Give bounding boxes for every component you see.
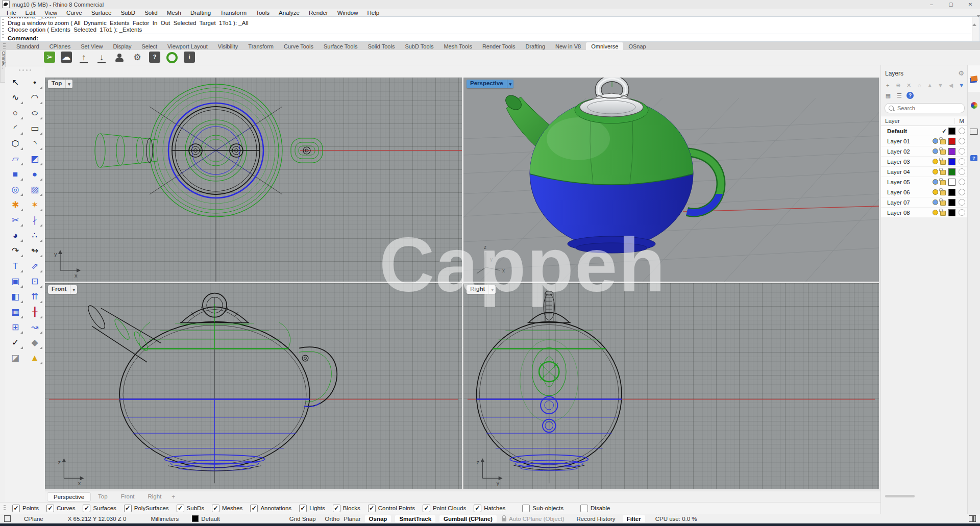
filter-checkbox-item[interactable]: ✓ Points bbox=[12, 505, 39, 512]
layers-panel-tab[interactable] bbox=[968, 65, 980, 92]
publish-up-icon[interactable]: ↑ bbox=[78, 52, 90, 64]
save-cloud-icon[interactable]: ☁ bbox=[61, 52, 72, 63]
fillet-edge-tool[interactable]: ◕ bbox=[7, 228, 24, 243]
toolbar-grip[interactable] bbox=[3, 43, 6, 48]
layer-visibility-bulb-icon[interactable] bbox=[933, 148, 938, 154]
status-item[interactable]: Default bbox=[192, 515, 219, 522]
toolbar-tab[interactable]: Mesh Tools bbox=[438, 42, 477, 50]
arc-tool[interactable]: ◜ bbox=[7, 120, 24, 136]
menu-item[interactable]: Help bbox=[363, 10, 384, 16]
layer-lock-icon[interactable] bbox=[940, 201, 946, 206]
layer-color-swatch[interactable] bbox=[948, 189, 955, 196]
menu-item[interactable]: Render bbox=[304, 10, 333, 16]
omniverse-connect-icon[interactable]: ➢ bbox=[44, 52, 55, 63]
info-icon[interactable]: i bbox=[184, 52, 195, 63]
filter-checkbox-item[interactable]: ✓ Control Points bbox=[368, 505, 415, 512]
menu-item[interactable]: Drafting bbox=[186, 10, 215, 16]
toolbar-tab[interactable]: Standard bbox=[11, 42, 44, 50]
layer-material-icon[interactable] bbox=[959, 209, 965, 216]
perspective-viewport[interactable]: z x y Perspective ▾ bbox=[463, 78, 879, 282]
layer-lock-icon[interactable] bbox=[940, 160, 946, 165]
command-scrollbar[interactable] bbox=[972, 17, 979, 41]
layer-row[interactable]: Layer 03 bbox=[881, 157, 968, 167]
toolbar-tab[interactable]: Curve Tools bbox=[279, 42, 318, 50]
layer-material-icon[interactable] bbox=[959, 158, 965, 165]
align-tool[interactable]: ╂ bbox=[26, 304, 43, 319]
layer-lock-icon[interactable] bbox=[940, 190, 946, 195]
checkbox[interactable]: ✓ bbox=[522, 505, 530, 512]
menu-item[interactable]: Solid bbox=[140, 10, 162, 16]
viewport-menu-arrow-icon[interactable]: ▾ bbox=[65, 80, 72, 88]
layer-visibility-bulb-icon[interactable] bbox=[933, 199, 938, 205]
layer-material-icon[interactable] bbox=[959, 138, 965, 144]
user-account-icon[interactable] bbox=[113, 52, 126, 64]
search-input[interactable] bbox=[896, 105, 954, 112]
perspective-viewport-label[interactable]: Perspective ▾ bbox=[467, 80, 513, 88]
toolbar-tab[interactable]: Transform bbox=[243, 42, 279, 50]
toolbar-tab[interactable]: Omniverse bbox=[586, 42, 623, 50]
layer-search-box[interactable] bbox=[885, 103, 965, 113]
status-item[interactable]: CPU use: 0.0 % bbox=[655, 516, 697, 522]
move-down-layer-icon[interactable]: ▼ bbox=[937, 81, 944, 89]
control-point-curve-tool[interactable]: ∿ bbox=[7, 90, 24, 105]
checkbox[interactable]: ✓ bbox=[474, 505, 481, 512]
toolbar-tab[interactable]: OSnap bbox=[623, 42, 651, 50]
layer-row[interactable]: Layer 02 bbox=[881, 146, 968, 157]
layer-row[interactable]: Layer 07 bbox=[881, 197, 968, 208]
menu-item[interactable]: Window bbox=[333, 10, 363, 16]
extend-curve-tool[interactable]: ↬ bbox=[26, 243, 43, 258]
layer-visibility-bulb-icon[interactable] bbox=[933, 210, 938, 215]
menu-item[interactable]: Analyze bbox=[274, 10, 304, 16]
layer-visibility-bulb-icon[interactable] bbox=[933, 189, 938, 195]
trim-tool[interactable]: ✂ bbox=[7, 212, 24, 228]
layer-color-swatch[interactable] bbox=[948, 168, 955, 176]
layer-row[interactable]: Layer 05 bbox=[881, 177, 968, 187]
toolbar-tab[interactable]: Select bbox=[137, 42, 163, 50]
explode-tool[interactable]: ✶ bbox=[26, 197, 43, 212]
extrude-tool[interactable]: ⇈ bbox=[26, 289, 43, 304]
viewport-tab[interactable]: Front bbox=[115, 492, 141, 502]
layer-name-column-header[interactable]: Layer bbox=[885, 118, 954, 124]
layer-color-swatch[interactable] bbox=[192, 515, 199, 522]
scroll-up-icon[interactable] bbox=[972, 17, 976, 26]
checkbox[interactable]: ✓ bbox=[250, 505, 258, 512]
menu-item[interactable]: SubD bbox=[116, 10, 140, 16]
adjust-curve-tool[interactable]: ↷ bbox=[7, 243, 24, 258]
menu-item[interactable]: View bbox=[40, 10, 62, 16]
viewport-menu-arrow-icon[interactable]: ▾ bbox=[70, 285, 77, 294]
connection-status-icon[interactable] bbox=[166, 52, 178, 64]
layer-color-swatch[interactable] bbox=[948, 138, 955, 145]
help-icon[interactable]: ? bbox=[149, 52, 160, 63]
viewport-tab[interactable]: Top bbox=[92, 492, 114, 502]
layer-material-icon[interactable] bbox=[959, 199, 965, 206]
toolbar-tab[interactable]: New in V8 bbox=[550, 42, 586, 50]
toolbar-tab[interactable]: SubD Tools bbox=[400, 42, 438, 50]
toolbar-tab[interactable]: Visibility bbox=[213, 42, 243, 50]
filter-checkbox-item[interactable]: ✓ Disable bbox=[580, 505, 610, 512]
checkbox[interactable]: ✓ bbox=[333, 505, 340, 512]
top-viewport[interactable]: y x Top ▾ bbox=[45, 78, 462, 282]
filter-layers-icon[interactable]: ▼ bbox=[958, 81, 965, 89]
status-item[interactable]: Gumball (CPlane) bbox=[439, 515, 497, 522]
sphere-tool[interactable]: ● bbox=[26, 166, 43, 182]
filter-checkbox-item[interactable]: ✓ Point Clouds bbox=[423, 505, 466, 512]
drape-tool[interactable]: ◆ bbox=[26, 335, 43, 350]
layer-color-swatch[interactable] bbox=[948, 128, 955, 135]
material-column-header[interactable]: M bbox=[954, 118, 968, 124]
curved-surface-tool[interactable]: ◩ bbox=[26, 151, 43, 166]
layer-color-swatch[interactable] bbox=[948, 209, 955, 216]
status-cplane-icon[interactable] bbox=[4, 515, 11, 522]
interpolate-curve-tool[interactable]: ◠ bbox=[26, 90, 43, 105]
checkbox[interactable]: ✓ bbox=[12, 505, 20, 512]
minimize-button[interactable]: – bbox=[922, 0, 941, 9]
palette-drag-handle[interactable] bbox=[5, 67, 45, 74]
menu-item[interactable]: Surface bbox=[87, 10, 116, 16]
toolbar-tab[interactable]: CPlanes bbox=[44, 42, 76, 50]
status-item[interactable]: X 65.212 Y 12.030 Z 0 bbox=[68, 516, 127, 522]
top-viewport-label[interactable]: Top ▾ bbox=[48, 80, 72, 88]
status-item[interactable]: Filter bbox=[623, 515, 645, 522]
text-tool[interactable]: T bbox=[7, 258, 24, 273]
menu-item[interactable]: Transform bbox=[215, 10, 251, 16]
checkbox[interactable]: ✓ bbox=[46, 505, 54, 512]
split-tool[interactable]: ∤ bbox=[26, 212, 43, 228]
